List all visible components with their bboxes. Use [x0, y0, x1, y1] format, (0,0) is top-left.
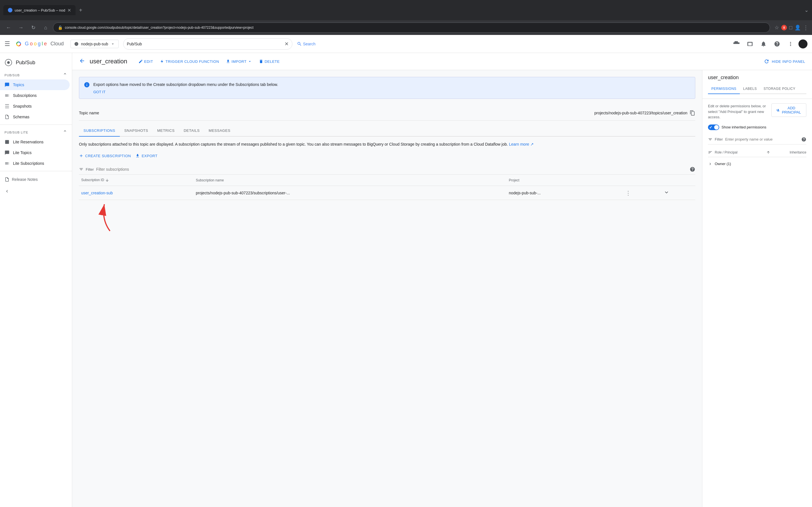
tab-list-btn[interactable]: ⌄: [804, 7, 809, 13]
release-notes-icon: [4, 177, 10, 182]
add-principal-btn[interactable]: ADD PRINCIPAL: [771, 103, 806, 117]
info-tab-storage-policy[interactable]: STORAGE POLICY: [760, 84, 799, 94]
tab-messages[interactable]: MESSAGES: [204, 125, 235, 136]
search-clear-btn[interactable]: ✕: [285, 41, 289, 47]
bookmark-btn[interactable]: ☆: [774, 24, 779, 31]
toggle-label: Show inherited permissions: [721, 125, 766, 129]
gift-btn[interactable]: [731, 38, 742, 50]
subscription-link[interactable]: user_creation-sub: [81, 191, 113, 195]
import-dropdown-icon: [248, 59, 252, 64]
edit-btn-label: EDIT: [144, 59, 153, 64]
inheritance-col-header: Inheritance: [772, 151, 806, 154]
tab-close-btn[interactable]: ✕: [67, 8, 71, 13]
project-cell: nodejs-pub-sub-...: [507, 186, 622, 200]
terminal-btn[interactable]: [744, 38, 756, 50]
info-tab-permissions[interactable]: PERMISSIONS: [708, 84, 740, 94]
svg-point-0: [15, 40, 22, 48]
content-header: user_creation EDIT TRIGGER CLOUD FUNCTIO…: [72, 53, 812, 70]
panel-help-icon[interactable]: [801, 137, 806, 142]
search-button[interactable]: Search: [297, 41, 315, 47]
help-btn[interactable]: [771, 38, 783, 50]
user-avatar[interactable]: [799, 40, 808, 48]
collapse-sidebar-btn[interactable]: [0, 185, 72, 197]
sidebar-item-schemas[interactable]: Schemas: [0, 112, 70, 122]
learn-more-link[interactable]: Learn more ↗: [509, 142, 534, 147]
refresh-icon[interactable]: [764, 59, 769, 64]
col-sub-name: Subscription name: [193, 175, 506, 186]
role-sort-arrow[interactable]: [766, 151, 770, 154]
table-row: user_creation-sub projects/nodejs-pub-su…: [79, 186, 695, 200]
trigger-cloud-function-btn[interactable]: TRIGGER CLOUD FUNCTION: [158, 57, 221, 65]
search-input[interactable]: [127, 42, 282, 46]
delete-btn[interactable]: DELETE: [257, 57, 282, 65]
copy-icon[interactable]: [690, 110, 695, 116]
more-options-btn[interactable]: [785, 38, 796, 50]
profile-icon[interactable]: 👤: [795, 24, 801, 31]
trigger-icon: [160, 59, 164, 64]
sidebar-item-lite-subscriptions[interactable]: Lite Subscriptions: [0, 158, 70, 169]
bell-btn[interactable]: [758, 38, 769, 50]
back-button[interactable]: [79, 58, 85, 65]
tab-snapshots[interactable]: SNAPSHOTS: [120, 125, 153, 136]
col-sub-id: Subscription ID: [79, 175, 193, 186]
sidebar-item-lite-topics[interactable]: Lite Topics: [0, 147, 70, 158]
tab-metrics[interactable]: METRICS: [153, 125, 179, 136]
hide-info-panel-btn[interactable]: HIDE INFO PANEL: [772, 59, 805, 64]
sub-id-cell: user_creation-sub: [79, 186, 193, 200]
panel-filter-input[interactable]: [725, 137, 799, 142]
sidebar-subscriptions-label: Subscriptions: [13, 93, 37, 98]
gift-icon: [733, 41, 740, 47]
export-btn[interactable]: EXPORT: [135, 152, 157, 160]
subscription-info: Only subscriptions attached to this topi…: [79, 141, 695, 147]
panel-filter-icon: [708, 137, 712, 142]
topic-name-value: projects/nodejs-pub-sub-407223/topics/us…: [594, 110, 695, 116]
trigger-btn-label: TRIGGER CLOUD FUNCTION: [165, 59, 219, 64]
pubsub-section-collapse[interactable]: ⌃: [63, 72, 67, 78]
sidebar-item-topics[interactable]: Topics: [0, 79, 70, 90]
action-row: CREATE SUBSCRIPTION EXPORT: [79, 152, 695, 160]
main-layout: Pub/Sub Pub/Sub ⌃ Topics Subscriptions S…: [0, 53, 812, 507]
sidebar-item-lite-reservations[interactable]: Lite Reservations: [0, 136, 70, 147]
project-selector[interactable]: nodejs-pub-sub: [70, 40, 119, 48]
cast-icon[interactable]: □: [789, 25, 792, 31]
sidebar-schemas-label: Schemas: [13, 115, 29, 119]
col-project: Project: [507, 175, 622, 186]
filter-help-icon[interactable]: [690, 166, 695, 172]
chrome-menu-btn[interactable]: ⋮: [803, 24, 809, 31]
app: ☰ Google Cloud nodejs-pub-sub ✕ Search: [0, 35, 812, 507]
active-tab[interactable]: user_creation – Pub/Sub – nod ✕: [3, 5, 75, 15]
sidebar-item-snapshots[interactable]: Snapshots: [0, 101, 70, 112]
inherited-permissions-toggle[interactable]: ✓: [708, 124, 719, 130]
owner-role-row[interactable]: Owner (1): [708, 159, 806, 168]
info-tab-labels[interactable]: LABELS: [740, 84, 760, 94]
menu-icon[interactable]: ☰: [4, 40, 10, 48]
col-expand: [661, 175, 695, 186]
edit-btn[interactable]: EDIT: [136, 57, 155, 65]
alert-banner: Export options have moved to the Create …: [79, 77, 695, 99]
address-bar[interactable]: 🔒 console.cloud.google.com/cloudpubsub/t…: [53, 22, 770, 33]
release-notes-item[interactable]: Release Notes: [0, 173, 72, 185]
sidebar-item-subscriptions[interactable]: Subscriptions: [0, 90, 70, 101]
new-tab-btn[interactable]: +: [79, 7, 82, 13]
roles-sort-icon[interactable]: [708, 150, 712, 155]
sort-icon[interactable]: [105, 178, 109, 182]
reload-btn[interactable]: ↻: [28, 22, 38, 33]
owner-role-label: Owner (1): [715, 162, 731, 166]
forward-nav-btn[interactable]: →: [16, 22, 26, 33]
red-arrow-annotation: [93, 200, 116, 234]
bell-icon: [760, 41, 767, 47]
more-vert-icon: [788, 41, 794, 47]
pubsub-lite-collapse[interactable]: ⌃: [63, 129, 67, 135]
home-btn[interactable]: ⌂: [41, 22, 51, 33]
tab-details[interactable]: DETAILS: [179, 125, 204, 136]
row-more-btn[interactable]: ⋮: [624, 189, 632, 197]
tab-subscriptions[interactable]: SUBSCRIPTIONS: [79, 125, 120, 136]
topbar-actions: [731, 38, 808, 50]
import-btn[interactable]: IMPORT: [223, 57, 254, 65]
alert-text: Export options have moved to the Create …: [93, 82, 278, 88]
create-subscription-btn[interactable]: CREATE SUBSCRIPTION: [79, 152, 131, 160]
got-it-btn[interactable]: GOT IT: [93, 90, 278, 94]
back-nav-btn[interactable]: ←: [3, 22, 13, 33]
filter-input[interactable]: [96, 167, 688, 172]
expand-row-icon[interactable]: [663, 189, 670, 195]
